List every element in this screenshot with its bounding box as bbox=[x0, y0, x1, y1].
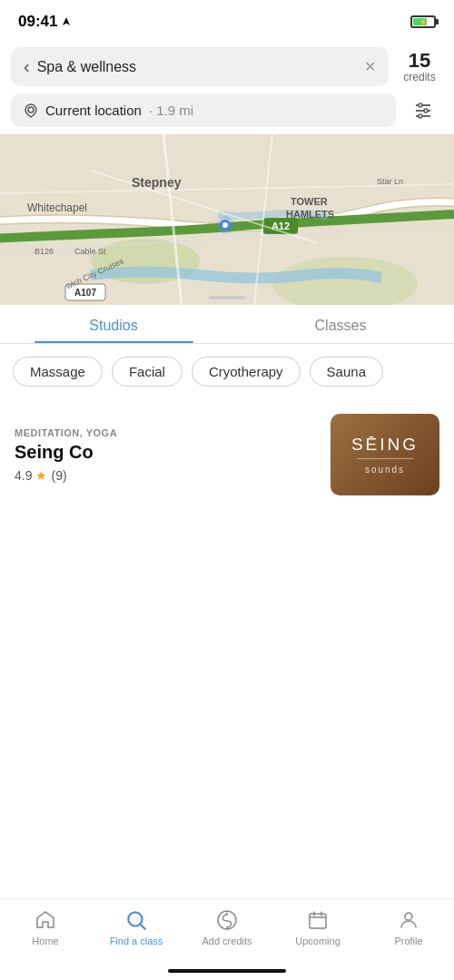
svg-text:A107: A107 bbox=[74, 288, 96, 298]
bottom-nav: Home Find a class Add credits bbox=[0, 898, 454, 980]
location-text: Current location bbox=[45, 103, 142, 118]
svg-text:Whitechapel: Whitechapel bbox=[27, 201, 87, 214]
svg-point-40 bbox=[405, 913, 412, 920]
search-row: ‹ ✕ 15 credits bbox=[11, 47, 443, 86]
nav-find-class-label: Find a class bbox=[110, 936, 163, 946]
nav-add-credits-label: Add credits bbox=[202, 936, 252, 946]
clear-button[interactable]: ✕ bbox=[364, 58, 376, 75]
chip-sauna[interactable]: Sauna bbox=[310, 357, 383, 387]
studio-image: SĒING sounds bbox=[331, 414, 439, 495]
time-label: 09:41 bbox=[18, 13, 57, 31]
svg-text:HAMLETS: HAMLETS bbox=[286, 209, 334, 220]
home-icon bbox=[34, 908, 57, 932]
nav-home-label: Home bbox=[32, 936, 58, 946]
tab-studios-label: Studios bbox=[89, 318, 137, 333]
status-time: 09:41 bbox=[18, 13, 72, 31]
location-icon bbox=[24, 103, 38, 118]
tab-studios[interactable]: Studios bbox=[0, 305, 227, 343]
search-area: ‹ ✕ 15 credits Current location · 1.9 mi bbox=[0, 40, 454, 134]
review-count: (9) bbox=[51, 468, 66, 483]
upcoming-icon bbox=[306, 908, 330, 932]
nav-upcoming[interactable]: Upcoming bbox=[291, 908, 345, 946]
studio-name: Seing Co bbox=[15, 442, 316, 463]
search-input[interactable] bbox=[37, 59, 357, 75]
tab-classes[interactable]: Classes bbox=[227, 305, 454, 343]
credits-label: credits bbox=[403, 71, 435, 83]
filter-button[interactable] bbox=[403, 96, 443, 125]
find-class-icon bbox=[124, 908, 148, 932]
map-container[interactable]: A12 A107 Stepney Stepney Stepney Whitech… bbox=[0, 134, 454, 305]
chip-facial[interactable]: Facial bbox=[112, 357, 183, 387]
location-distance: · 1.9 mi bbox=[149, 103, 193, 118]
svg-point-31 bbox=[222, 222, 228, 228]
svg-point-5 bbox=[424, 109, 428, 113]
svg-text:B126: B126 bbox=[35, 247, 54, 256]
logo-line bbox=[357, 458, 413, 459]
nav-profile-label: Profile bbox=[394, 936, 422, 946]
nav-add-credits[interactable]: Add credits bbox=[200, 908, 254, 946]
studio-logo-text: SĒING bbox=[351, 435, 419, 455]
chips-row: Massage Facial Cryotherapy Sauna bbox=[0, 344, 454, 399]
svg-point-0 bbox=[28, 107, 34, 113]
rating-value: 4.9 bbox=[15, 468, 32, 483]
search-box: ‹ ✕ bbox=[11, 47, 389, 86]
map-svg: A12 A107 Stepney Stepney Stepney Whitech… bbox=[0, 134, 454, 305]
tabs-container: Studios Classes bbox=[0, 305, 454, 344]
credits-box: 15 credits bbox=[396, 51, 443, 83]
location-box[interactable]: Current location · 1.9 mi bbox=[11, 93, 396, 127]
battery-icon: ⚡ bbox=[410, 15, 436, 28]
filter-icon bbox=[412, 100, 434, 122]
studio-info: MEDITATION, YOGA Seing Co 4.9 ★ (9) bbox=[15, 427, 316, 483]
navigation-icon bbox=[61, 16, 72, 27]
nav-upcoming-label: Upcoming bbox=[295, 936, 340, 946]
svg-rect-36 bbox=[310, 914, 326, 928]
home-indicator bbox=[168, 969, 286, 973]
nav-find-class[interactable]: Find a class bbox=[109, 908, 163, 946]
svg-text:Star Ln: Star Ln bbox=[377, 177, 403, 186]
status-right: ⚡ bbox=[410, 15, 436, 28]
star-icon: ★ bbox=[35, 468, 47, 483]
studio-image-inner: SĒING sounds bbox=[331, 414, 439, 495]
profile-icon bbox=[397, 908, 420, 932]
add-credits-icon bbox=[215, 908, 239, 932]
svg-point-6 bbox=[419, 114, 422, 118]
svg-text:Cable St: Cable St bbox=[74, 247, 106, 256]
chip-massage[interactable]: Massage bbox=[13, 357, 103, 387]
svg-line-33 bbox=[141, 925, 145, 929]
credits-number: 15 bbox=[409, 51, 430, 71]
tab-classes-label: Classes bbox=[315, 318, 367, 333]
status-bar: 09:41 ⚡ bbox=[0, 0, 454, 40]
studio-category: MEDITATION, YOGA bbox=[15, 427, 316, 438]
studio-card[interactable]: MEDITATION, YOGA Seing Co 4.9 ★ (9) SĒIN… bbox=[0, 399, 454, 510]
chip-cryotherapy[interactable]: Cryotherapy bbox=[192, 357, 301, 387]
back-button[interactable]: ‹ bbox=[24, 56, 30, 77]
svg-text:Stepney: Stepney bbox=[132, 175, 182, 190]
svg-text:TOWER: TOWER bbox=[291, 196, 328, 207]
studio-rating: 4.9 ★ (9) bbox=[15, 468, 316, 483]
svg-point-4 bbox=[419, 103, 422, 107]
location-row: Current location · 1.9 mi bbox=[11, 93, 443, 127]
nav-home[interactable]: Home bbox=[18, 908, 73, 946]
studio-logo-sub: sounds bbox=[365, 465, 405, 475]
nav-profile[interactable]: Profile bbox=[381, 908, 436, 946]
